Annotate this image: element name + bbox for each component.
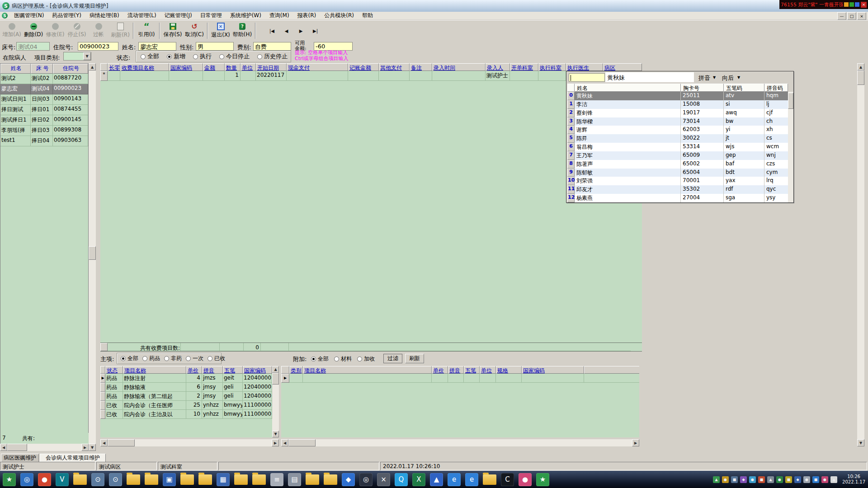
taskbar-app-icon[interactable]: ⊙ [109, 473, 122, 486]
extra-table-hscrollbar[interactable]: ◀ ▶ [281, 439, 639, 446]
tray-icon[interactable]: ● [821, 476, 828, 483]
patient-list-vscrollbar[interactable]: ▲ ▼ [89, 63, 96, 451]
tray-icon[interactable]: ● [803, 476, 810, 483]
main-filter-option[interactable]: 非药 [164, 355, 182, 362]
status-radio-option[interactable]: 全部 [141, 52, 159, 61]
tray-icon[interactable]: ▲ [767, 476, 774, 483]
doctor-row[interactable]: 0 黄秋妹 25011 atv hqm [567, 92, 788, 100]
sex-field[interactable]: 男 [196, 42, 234, 51]
taskbar-app-icon[interactable] [180, 474, 194, 485]
patient-row[interactable]: 测试2 测试02 00887720 [0, 74, 88, 84]
taskbar-app-icon[interactable]: Q [395, 473, 408, 486]
item-row[interactable]: 已收 院内会诊（主治及以 10 ynhzz bmwyy 11100000 [100, 410, 272, 419]
menu-item[interactable]: 查询(M) [265, 12, 293, 20]
list-refresh-button[interactable]: 刷新 [405, 354, 424, 363]
taskbar-app-icon[interactable]: ▲ [430, 473, 443, 486]
grid-vscrollbar[interactable]: ▲ ▼ [857, 63, 864, 446]
taskbar-app-icon[interactable]: ★ [3, 473, 16, 486]
taskbar-app-icon[interactable] [127, 474, 140, 485]
mdi-minimize-button[interactable]: — [837, 12, 846, 20]
tab-ward-orders[interactable]: 病区医嘱维护 [1, 454, 39, 462]
admission-no-field[interactable]: 00900023 [78, 42, 118, 51]
mdi-restore-button[interactable]: □ [847, 12, 856, 20]
taskbar-app-icon[interactable]: e [448, 473, 461, 486]
taskbar-app-icon[interactable]: ● [519, 473, 532, 486]
patient-row[interactable]: 廖志宏 测试04 00900023 [0, 84, 88, 94]
taskbar-app-icon[interactable] [306, 474, 319, 485]
doctor-row[interactable]: 11 邱友才 35302 rdf qyc [567, 185, 788, 194]
sort-dir-dropdown-icon[interactable]: ▼ [737, 75, 740, 80]
nav-prev-button[interactable]: ◀ [280, 26, 292, 36]
tray-icon[interactable]: ■ [812, 476, 819, 483]
popup-vscrollbar[interactable] [788, 92, 793, 202]
status-radio-option[interactable]: 执行 [193, 52, 212, 61]
taskbar-app-icon[interactable] [252, 474, 266, 485]
help-button[interactable]: ?帮助(H) [231, 21, 253, 41]
cancel-button[interactable]: ↺取消(C) [184, 21, 205, 41]
taskbar-app-icon[interactable] [234, 474, 248, 485]
taskbar-app-icon[interactable]: ◆ [342, 473, 355, 486]
taskbar-app-icon[interactable]: ★ [536, 473, 549, 486]
sort-mode-select[interactable]: 拼音 [698, 74, 710, 82]
doctor-row[interactable]: 10 刘荣强 70001 yax lrq [567, 177, 788, 185]
doctor-row[interactable]: 5 陈昇 30022 jt cs [567, 134, 788, 143]
doctor-row[interactable]: 1 李洁 15008 si lj [567, 100, 788, 109]
extra-filter-option[interactable]: 材料 [334, 355, 352, 363]
menu-item[interactable]: 病情处理(B) [85, 12, 123, 20]
taskbar-app-icon[interactable] [145, 474, 158, 485]
main-filter-option[interactable]: 一次 [186, 355, 203, 362]
taskbar-app-icon[interactable]: ● [38, 473, 51, 486]
tray-icon[interactable]: ■ [731, 476, 738, 483]
taskbar-app-icon[interactable] [73, 474, 87, 485]
exit-button[interactable]: ×退出(X) [210, 21, 231, 41]
item-row[interactable]: 药品 静脉输液（第二组起 2 jmsy geli 12040000 [100, 392, 272, 401]
status-radio-option[interactable]: 新增 [167, 52, 185, 61]
patient-row[interactable]: 测试择日1 择日02 00900145 [0, 115, 88, 126]
doctor-row[interactable]: 9 陈郁敏 65004 bdt cym [567, 169, 788, 177]
tray-icon[interactable]: ● [776, 476, 783, 483]
taskbar-app-icon[interactable]: ▤ [288, 473, 301, 486]
doctor-row[interactable]: 7 王乃军 65009 gep wnj [567, 151, 788, 160]
patient-name-field[interactable]: 廖志宏 [138, 42, 176, 51]
sort-dir-select[interactable]: 向后 [722, 74, 734, 82]
tray-icon[interactable]: ■ [785, 476, 792, 483]
nav-last-button[interactable]: ▶| [309, 26, 321, 36]
doctor-row[interactable]: 3 陈华樑 73014 bw ch [567, 117, 788, 126]
extra-empty-row[interactable]: ▶ [281, 374, 639, 383]
menu-item[interactable]: 流动管理(L) [123, 12, 160, 20]
main-filter-option[interactable]: 药品 [142, 355, 160, 362]
menu-item[interactable]: 药品管理(Y) [48, 12, 85, 20]
doctor-row[interactable]: 4 谢辉 62003 yi xh [567, 126, 788, 134]
main-filter-option[interactable]: 已收 [208, 355, 225, 362]
menu-item[interactable]: 日常管理 [196, 12, 226, 20]
taskbar-app-icon[interactable]: ≡ [270, 473, 283, 486]
tab-consult-items[interactable]: 会诊病人常规项目维护 [40, 454, 106, 462]
main-filter-option[interactable]: 全部 [121, 355, 138, 362]
mdi-close-button[interactable]: × [857, 12, 866, 20]
save-button[interactable]: 保存(S) [162, 21, 184, 41]
tray-icon[interactable]: ▲ [830, 476, 837, 483]
menu-item[interactable]: 记账管理(J) [160, 12, 196, 20]
extra-filter-option[interactable]: 全部 [311, 355, 329, 363]
reference-button[interactable]: “引用(I) [136, 21, 157, 41]
taskbar-app-icon[interactable]: ▦ [217, 473, 230, 486]
items-table-vscrollbar[interactable]: ▲ ▼ [272, 366, 279, 437]
taskbar-app-icon[interactable]: e [465, 473, 478, 486]
doctor-row[interactable]: 12 杨素燕 27004 sga ysy [567, 194, 788, 202]
nav-first-button[interactable]: |◀ [266, 26, 278, 36]
menu-item[interactable]: 系统维护(W) [226, 12, 265, 20]
taskbar-app-icon[interactable]: × [377, 473, 390, 486]
delete-button[interactable]: 删除(D) [23, 21, 44, 41]
patient-list-hscrollbar[interactable]: ◀ ▶ [0, 444, 89, 451]
taskbar-app-icon[interactable]: ⊙ [91, 473, 104, 486]
menu-item[interactable]: 公共模块(R) [320, 12, 358, 20]
taskbar-app-icon[interactable]: V [56, 473, 69, 486]
patient-row[interactable]: 择日测试 择日01 00874455 [0, 105, 88, 115]
status-radio-option[interactable]: 历史停止 [257, 52, 288, 61]
item-row[interactable]: ▶ 药品 静脉注射 4 jmzs geit 12040000 [100, 374, 272, 383]
doctor-row[interactable]: 8 陈著声 65002 baf czs [567, 160, 788, 169]
fee-type-field[interactable]: 自费 [253, 42, 291, 51]
bed-field[interactable]: 测试04 [16, 42, 50, 51]
doctor-search-input[interactable] [569, 73, 605, 82]
taskbar-app-icon[interactable] [198, 474, 212, 485]
